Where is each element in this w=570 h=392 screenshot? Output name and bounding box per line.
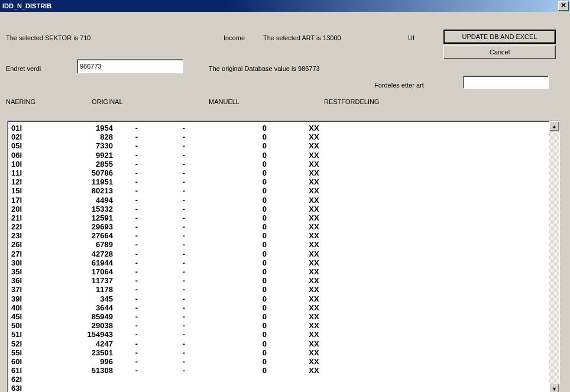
cell-zero: 0 [213, 222, 278, 231]
cell-dash1: - [119, 348, 154, 357]
cell-dash1: - [119, 276, 154, 285]
cell-original: 1178 [36, 285, 119, 294]
table-row[interactable]: 35I17064--0XX [11, 267, 546, 276]
table-row[interactable]: 02I828--0XX [11, 132, 546, 141]
fordeles-etter-art-input[interactable] [463, 76, 549, 89]
cell-code: 06I [11, 151, 36, 160]
cell-dash2: - [154, 321, 213, 330]
cell-original: 80213 [36, 186, 119, 195]
close-button[interactable]: ✕ [558, 1, 569, 11]
cell-dash2: - [154, 330, 213, 339]
cell-dash1: - [119, 151, 154, 160]
table-row[interactable]: 05I7330--0XX [11, 141, 546, 150]
cell-code: 63I [11, 384, 36, 392]
cell-zero: 0 [213, 213, 278, 222]
table-row[interactable]: 37I1178--0XX [11, 285, 546, 294]
cell-dash2: - [154, 348, 213, 357]
close-icon: ✕ [561, 1, 566, 9]
cell-original: 7330 [36, 141, 119, 150]
cell-original: 23501 [36, 348, 119, 357]
data-listbox[interactable]: 01I1954--0XX02I828--0XX05I7330--0XX06I99… [7, 121, 560, 392]
cell-zero: 0 [213, 240, 278, 249]
cell-zero: 0 [213, 357, 278, 366]
table-row[interactable]: 36I11737--0XX [11, 276, 546, 285]
cell-dash2: - [154, 132, 213, 141]
cell-xx: XX [278, 321, 349, 330]
table-row[interactable]: 17I4494--0XX [11, 196, 546, 205]
table-row[interactable]: 12I11951--0XX [11, 177, 546, 186]
cell-dash1: - [119, 205, 154, 213]
chevron-down-icon: ▼ [552, 386, 557, 392]
cell-code: 35I [11, 267, 36, 276]
column-header-manuell: MANUELL [209, 98, 239, 105]
cell-xx: XX [278, 169, 349, 177]
cell-original: 1954 [36, 124, 119, 132]
cell-dash2: - [154, 151, 213, 160]
cell-dash1: - [119, 177, 154, 186]
cell-dash2: - [154, 196, 213, 205]
table-row[interactable]: 20I15332--0XX [11, 205, 546, 213]
cell-dash1: - [119, 213, 154, 222]
scroll-down-button[interactable]: ▼ [549, 384, 559, 392]
cancel-button[interactable]: Cancel [443, 45, 556, 59]
cell-zero: 0 [213, 294, 278, 303]
table-row[interactable]: 51I154943--0XX [11, 330, 546, 339]
cell-dash2: - [154, 231, 213, 240]
cell-original: 29038 [36, 321, 119, 330]
cell-code: 36I [11, 276, 36, 285]
table-row[interactable]: 21I12591--0XX [11, 213, 546, 222]
cell-code: 27I [11, 250, 36, 258]
table-row[interactable]: 27I42728--0XX [11, 250, 546, 258]
cell-code: 61I [11, 366, 36, 375]
cell-xx: XX [278, 141, 349, 150]
table-row[interactable]: 50I29038--0XX [11, 321, 546, 330]
cell-xx: XX [278, 240, 349, 249]
cell-code: 62I [11, 375, 36, 384]
cell-dash1: - [119, 132, 154, 141]
cell-xx: XX [278, 339, 349, 348]
table-row[interactable]: 22I29693--0XX [11, 222, 546, 231]
table-row[interactable]: 11I50786--0XX [11, 169, 546, 177]
cell-original: 11951 [36, 177, 119, 186]
table-row[interactable]: 52I4247--0XX [11, 339, 546, 348]
table-row[interactable]: 61I51308--0XX [11, 366, 546, 375]
cell-dash2: - [154, 357, 213, 366]
sektor-label: The selected SEKTOR is 710 [6, 34, 90, 41]
scroll-track[interactable] [549, 131, 559, 384]
cell-dash1: - [119, 258, 154, 267]
table-row[interactable]: 40I3644--0XX [11, 303, 546, 312]
cell-code: 02I [11, 132, 36, 141]
table-row[interactable]: 15I80213--0XX [11, 186, 546, 195]
table-row[interactable]: 55I23501--0XX [11, 348, 546, 357]
cell-code: 22I [11, 222, 36, 231]
table-row[interactable]: 23I27664--0XX [11, 231, 546, 240]
cell-original: 4494 [36, 196, 119, 205]
table-row[interactable]: 45I85949--0XX [11, 312, 546, 321]
table-row[interactable]: 26I6789--0XX [11, 240, 546, 249]
scroll-up-button[interactable]: ▲ [549, 121, 559, 131]
cell-zero: 0 [213, 250, 278, 258]
table-row[interactable]: 62I [11, 375, 546, 384]
table-row[interactable]: 60I996--0XX [11, 357, 546, 366]
cell-dash2: - [154, 141, 213, 150]
cell-original: 50786 [36, 169, 119, 177]
update-db-excel-button[interactable]: UPDATE DB AND EXCEL [443, 30, 556, 44]
table-row[interactable]: 10I2855--0XX [11, 160, 546, 169]
table-row[interactable]: 06I9921--0XX [11, 151, 546, 160]
table-row[interactable]: 39I345--0XX [11, 294, 546, 303]
list-content: 01I1954--0XX02I828--0XX05I7330--0XX06I99… [8, 121, 549, 392]
table-row[interactable]: 30I61944--0XX [11, 258, 546, 267]
cell-xx: XX [278, 276, 349, 285]
table-row[interactable]: 63I [11, 384, 546, 392]
cell-xx: XX [278, 348, 349, 357]
cell-dash2: - [154, 294, 213, 303]
cell-dash1: - [119, 330, 154, 339]
cell-dash2: - [154, 339, 213, 348]
cell-code: 45I [11, 312, 36, 321]
cell-xx: XX [278, 330, 349, 339]
endret-verdi-input[interactable] [77, 59, 183, 73]
cell-code: 40I [11, 303, 36, 312]
cell-original: 3644 [36, 303, 119, 312]
table-row[interactable]: 01I1954--0XX [11, 124, 546, 132]
vertical-scrollbar[interactable]: ▲ ▼ [549, 121, 559, 392]
